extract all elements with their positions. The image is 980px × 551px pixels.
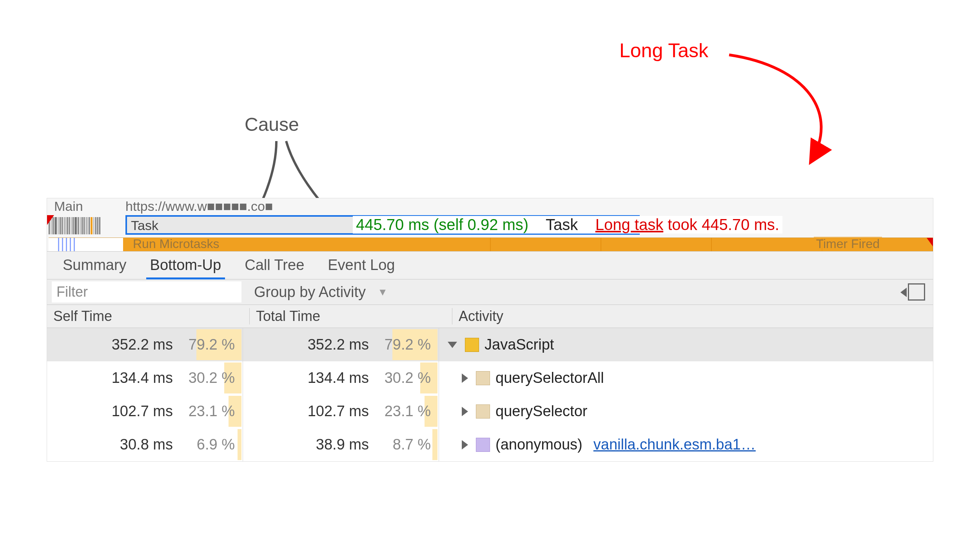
time-percent: 8.7 % <box>376 436 435 453</box>
category-swatch-icon <box>476 404 490 419</box>
detail-tabs: Summary Bottom-Up Call Tree Event Log <box>47 252 933 279</box>
tab-summary[interactable]: Summary <box>51 253 138 279</box>
time-value: 134.4 ms <box>308 370 376 386</box>
self-time-cell: 352.2 ms79.2 % <box>47 328 243 361</box>
time-percent: 30.2 % <box>180 370 239 386</box>
col-activity[interactable]: Activity <box>452 308 933 324</box>
time-percent: 6.9 % <box>180 436 239 453</box>
show-heaviest-stack-icon[interactable] <box>908 283 925 301</box>
devtools-performance-panel: Main https://www.w■■■■■.co■ Task 445.70 … <box>47 198 933 461</box>
activity-label: querySelectorAll <box>495 370 604 386</box>
table-row[interactable]: 352.2 ms79.2 %352.2 ms79.2 %JavaScript <box>47 328 933 361</box>
bottom-up-toolbar: Group by Activity ▼ <box>47 279 933 305</box>
time-value: 102.7 ms <box>112 403 180 420</box>
time-value: 102.7 ms <box>308 403 376 420</box>
group-by-label: Group by Activity <box>254 284 366 301</box>
table-row[interactable]: 30.8 ms6.9 %38.9 ms8.7 %(anonymous) vani… <box>47 428 933 461</box>
tab-bottom-up[interactable]: Bottom-Up <box>138 253 233 279</box>
category-swatch-icon <box>465 338 479 352</box>
group-by-dropdown[interactable]: Group by Activity ▼ <box>246 284 396 301</box>
tab-event-log[interactable]: Event Log <box>316 253 407 279</box>
task-kind: Task <box>546 216 578 233</box>
mini-timeline-bars <box>49 217 123 234</box>
time-value: 352.2 ms <box>308 336 376 353</box>
time-percent: 79.2 % <box>180 336 239 353</box>
time-value: 352.2 ms <box>112 336 180 353</box>
task-tooltip: 445.70 ms (self 0.92 ms) Task Long task … <box>353 216 782 234</box>
annotation-long-task: Long Task <box>619 39 708 62</box>
long-task-took: took 445.70 ms. <box>663 216 779 233</box>
self-time-cell: 30.8 ms6.9 % <box>47 428 243 461</box>
total-time-cell: 102.7 ms23.1 % <box>243 395 439 428</box>
total-time-cell: 134.4 ms30.2 % <box>243 361 439 395</box>
activity-label: JavaScript <box>485 336 554 353</box>
time-value: 30.8 ms <box>120 436 180 453</box>
self-time-cell: 102.7 ms23.1 % <box>47 395 243 428</box>
time-percent: 23.1 % <box>376 403 435 420</box>
total-time-cell: 38.9 ms8.7 % <box>243 428 439 461</box>
time-value: 134.4 ms <box>112 370 180 386</box>
category-swatch-icon <box>476 371 490 385</box>
flamechart-strip[interactable]: Main https://www.w■■■■■.co■ Task 445.70 … <box>47 198 933 252</box>
table-row[interactable]: 134.4 ms30.2 %134.4 ms30.2 %querySelecto… <box>47 361 933 395</box>
col-self-time[interactable]: Self Time <box>47 308 250 324</box>
activity-cell: querySelectorAll <box>439 370 933 386</box>
table-row[interactable]: 102.7 ms23.1 %102.7 ms23.1 %querySelecto… <box>47 395 933 428</box>
disclosure-triangle-icon[interactable] <box>462 440 468 450</box>
tab-call-tree[interactable]: Call Tree <box>233 253 316 279</box>
time-percent: 30.2 % <box>376 370 435 386</box>
time-percent: 23.1 % <box>180 403 239 420</box>
task-duration: 445.70 ms (self 0.92 ms) <box>356 216 528 233</box>
activity-cell: (anonymous) vanilla.chunk.esm.ba1… <box>439 436 933 453</box>
self-time-cell: 134.4 ms30.2 % <box>47 361 243 395</box>
activity-label: querySelector <box>495 403 587 420</box>
activity-cell: querySelector <box>439 403 933 420</box>
source-link[interactable]: vanilla.chunk.esm.ba1… <box>593 436 756 453</box>
long-task-marker-icon <box>927 238 933 246</box>
annotation-cause: Cause <box>245 114 299 135</box>
time-value: 38.9 ms <box>316 436 376 453</box>
table-body: 352.2 ms79.2 %352.2 ms79.2 %JavaScript13… <box>47 328 933 461</box>
disclosure-triangle-icon[interactable] <box>448 342 457 348</box>
flame-run-microtasks: Run Microtasks <box>133 237 220 251</box>
chevron-down-icon: ▼ <box>377 286 388 298</box>
flame-timer-fired: Timer Fired <box>814 237 882 251</box>
disclosure-triangle-icon[interactable] <box>462 373 468 383</box>
col-total-time[interactable]: Total Time <box>250 308 452 324</box>
filter-input[interactable] <box>52 281 241 303</box>
flame-subrow[interactable]: Run Microtasks Timer Fired <box>49 237 933 251</box>
long-task-marker-icon <box>47 215 54 225</box>
thread-label-main: Main <box>54 199 83 214</box>
table-header: Self Time Total Time Activity <box>47 305 933 328</box>
long-task-link[interactable]: Long task <box>595 216 663 233</box>
total-time-cell: 352.2 ms79.2 % <box>243 328 439 361</box>
category-swatch-icon <box>476 438 490 452</box>
disclosure-triangle-icon[interactable] <box>462 407 468 416</box>
activity-cell: JavaScript <box>439 336 933 353</box>
thread-url: https://www.w■■■■■.co■ <box>125 199 273 214</box>
activity-label: (anonymous) <box>495 436 583 453</box>
time-percent: 79.2 % <box>376 336 435 353</box>
